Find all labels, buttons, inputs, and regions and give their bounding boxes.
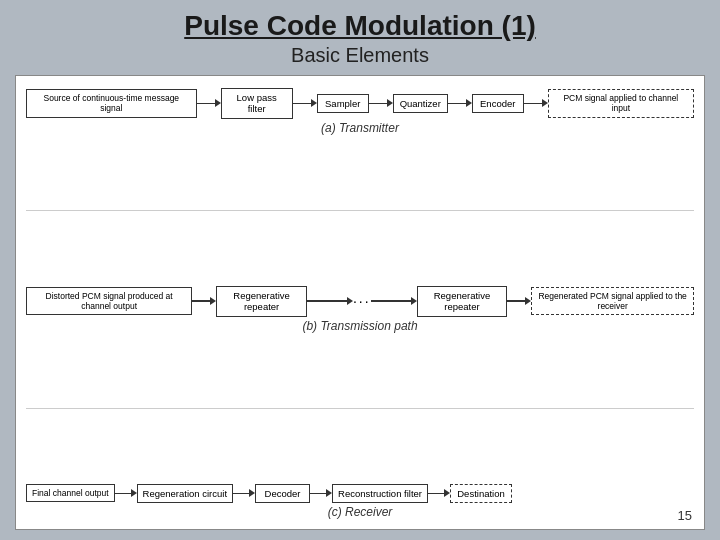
destination-box: Destination <box>450 484 512 503</box>
ellipsis-area: ··· <box>353 293 371 309</box>
arrow4 <box>448 99 472 107</box>
page-number: 15 <box>678 508 692 523</box>
arrow13 <box>428 489 450 497</box>
encoder-box: Encoder <box>472 94 524 113</box>
transmitter-section: Source of continuous-time message signal… <box>26 84 694 137</box>
arrow11 <box>233 489 255 497</box>
rx-label: (c) Receiver <box>26 505 694 519</box>
receiver-row: Final channel output Regeneration circui… <box>26 484 694 503</box>
pcm-output-box: PCM signal applied to channel input <box>548 89 694 117</box>
arrow6 <box>192 297 216 305</box>
arrow9 <box>507 297 531 305</box>
page-title: Pulse Code Modulation (1) <box>184 10 536 42</box>
transmitter-label: (a) Transmitter <box>26 121 694 135</box>
arrow2 <box>293 99 317 107</box>
regen-circuit-box: Regeneration circuit <box>137 484 234 503</box>
divider2 <box>26 408 694 409</box>
regen-output-box: Regenerated PCM signal applied to the re… <box>531 287 694 315</box>
regen2-box: Regenerative repeater <box>417 286 508 317</box>
recon-filter-box: Reconstruction filter <box>332 484 428 503</box>
arrow3 <box>369 99 393 107</box>
channel-out-box: Final channel output <box>26 484 115 502</box>
slide: Pulse Code Modulation (1) Basic Elements… <box>0 0 720 540</box>
arrow12 <box>310 489 332 497</box>
arrow10 <box>115 489 137 497</box>
arrow7 <box>307 297 353 305</box>
arrow5 <box>524 99 548 107</box>
tp-label: (b) Transmission path <box>26 319 694 333</box>
source-box: Source of continuous-time message signal <box>26 89 197 117</box>
receiver-section: Final channel output Regeneration circui… <box>26 482 694 521</box>
regen1-box: Regenerative repeater <box>216 286 307 317</box>
page-subtitle: Basic Elements <box>291 44 429 67</box>
arrow8 <box>371 297 417 305</box>
quantizer-box: Quantizer <box>393 94 448 113</box>
transmission-path-section: Distorted PCM signal produced at channel… <box>26 284 694 335</box>
transmission-row: Distorted PCM signal produced at channel… <box>26 286 694 317</box>
divider1 <box>26 210 694 211</box>
transmitter-row: Source of continuous-time message signal… <box>26 88 694 119</box>
decoder-box: Decoder <box>255 484 310 503</box>
diagram: Source of continuous-time message signal… <box>15 75 705 530</box>
lpf-box: Low pass filter <box>221 88 293 119</box>
arrow1 <box>197 99 221 107</box>
distorted-box: Distorted PCM signal produced at channel… <box>26 287 192 315</box>
sampler-box: Sampler <box>317 94 369 113</box>
